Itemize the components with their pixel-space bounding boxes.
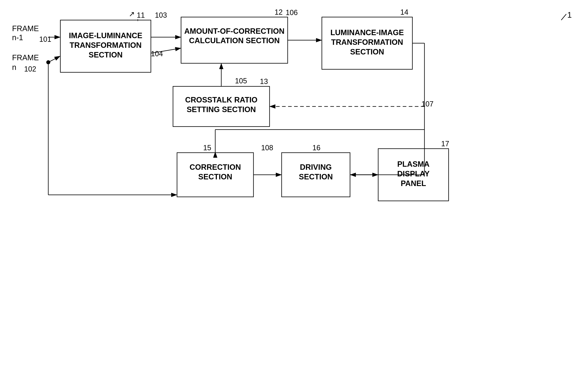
- block-15-label: CORRECTION: [190, 163, 241, 171]
- ref-12: 12: [275, 8, 283, 16]
- arrow-frame-n-to-11: [48, 56, 60, 62]
- block-12-label: AMOUNT-OF-CORRECTION: [184, 27, 285, 35]
- ref-103: 103: [155, 11, 167, 19]
- ref-11: 11: [137, 11, 145, 19]
- block-17-label3: PANEL: [401, 179, 426, 188]
- ref-11-tick: ↗: [129, 10, 135, 18]
- diagram-container: IMAGE-LUMINANCE TRANSFORMATION SECTION 1…: [0, 0, 588, 366]
- ref-106: 106: [286, 8, 298, 17]
- block-14-label2: TRANSFORMATION: [331, 38, 403, 46]
- block-12-label2: CALCULATION SECTION: [189, 36, 280, 45]
- block-15-label2: SECTION: [198, 173, 232, 181]
- ref-13: 13: [260, 77, 268, 86]
- frame-n1-label2: n-1: [12, 33, 23, 42]
- ref-16: 16: [312, 144, 320, 152]
- ref-15: 15: [203, 144, 211, 152]
- block-13-label: CROSSTALK RATIO: [185, 96, 257, 104]
- block-16-label2: SECTION: [299, 173, 333, 181]
- ref-17: 17: [441, 140, 449, 148]
- block-14-label: LUMINANCE-IMAGE: [330, 28, 404, 37]
- diagram-svg: IMAGE-LUMINANCE TRANSFORMATION SECTION 1…: [0, 0, 588, 366]
- ref-105: 105: [235, 77, 247, 85]
- block-14-label3: SECTION: [350, 48, 384, 56]
- block-13-label2: SETTING SECTION: [187, 105, 256, 114]
- block-11-label3: SECTION: [89, 51, 123, 59]
- ref-107: 107: [421, 100, 434, 108]
- figure-ref: 1: [567, 10, 572, 19]
- frame-n-label: FRAME: [12, 53, 39, 62]
- block-16-label: DRIVING: [300, 163, 332, 171]
- ref-104: 104: [151, 50, 163, 58]
- block-11-label: IMAGE-LUMINANCE: [69, 31, 142, 40]
- frame-n1-label: FRAME: [12, 24, 39, 33]
- block-11-label2: TRANSFORMATION: [70, 41, 142, 49]
- svg-line-3: [561, 14, 566, 20]
- frame-n-label2: n: [12, 63, 16, 71]
- ref-14: 14: [400, 8, 408, 16]
- ref-101: 101: [39, 35, 51, 43]
- ref-108: 108: [261, 144, 273, 152]
- ref-102: 102: [24, 65, 36, 73]
